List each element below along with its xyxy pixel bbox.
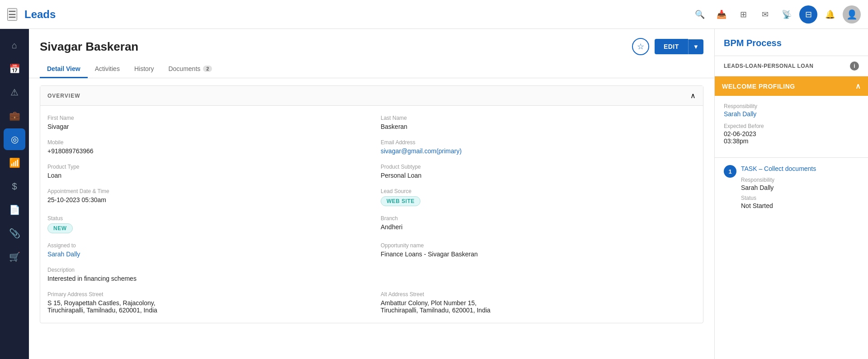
task-responsibility-label: Responsibility	[741, 177, 859, 183]
status-value: NEW	[47, 223, 363, 233]
opportunity-value: Finance Loans - Sivagar Baskeran	[381, 250, 696, 258]
expected-before-time: 03:38pm	[724, 137, 859, 145]
edit-btn-group: EDIT ▼	[655, 39, 703, 54]
product-type-label: Product Type	[47, 164, 363, 170]
edit-dropdown-button[interactable]: ▼	[688, 39, 703, 54]
last-name-value: Baskeran	[381, 123, 696, 130]
sidebar-item-briefcase[interactable]: 💼	[4, 105, 25, 127]
email-label: Email Address	[381, 139, 696, 146]
left-sidebar: ⌂ 📅 ⚠ 💼 ◎ 📶 $ 📄 📎 🛒	[0, 29, 29, 359]
page-title: Sivagar Baskeran	[40, 40, 138, 54]
sidebar-item-dollar[interactable]: $	[4, 175, 25, 197]
process-name-row: LEADS-LOAN-PERSONAL LOAN i	[715, 56, 868, 76]
lead-source-label: Lead Source	[381, 188, 696, 194]
sidebar-item-calendar[interactable]: 📅	[4, 58, 25, 80]
product-subtype-label: Product Subtype	[381, 164, 696, 170]
header-actions: ☆ EDIT ▼	[632, 38, 703, 55]
assigned-to-value[interactable]: Sarah Dally	[47, 250, 363, 258]
task-responsibility: Responsibility Sarah Dally	[741, 177, 859, 191]
task-responsibility-value: Sarah Dally	[741, 184, 859, 191]
profiling-responsibility-value[interactable]: Sarah Dally	[724, 110, 859, 118]
apps-nav-btn[interactable]: ⊟	[799, 5, 817, 24]
task-item-1: 1 TASK – Collect documents Responsibilit…	[724, 165, 859, 213]
process-name: LEADS-LOAN-PERSONAL LOAN	[724, 63, 813, 69]
task-label[interactable]: TASK – Collect documents	[741, 165, 859, 172]
tabs-bar: Detail View Activities History Documents…	[29, 55, 714, 78]
user-avatar-btn[interactable]: 👤	[843, 5, 861, 24]
field-mobile: Mobile +918089763966	[47, 139, 363, 155]
primary-address-label: Primary Address Street	[47, 291, 363, 298]
last-name-label: Last Name	[381, 115, 696, 121]
chevron-up-icon: ∧	[855, 82, 861, 90]
assigned-to-label: Assigned to	[47, 242, 363, 249]
documents-badge: 2	[203, 66, 212, 72]
mail-nav-btn[interactable]: ✉	[756, 5, 774, 24]
field-email: Email Address sivagar@gmail.com(primary)	[381, 139, 696, 155]
sidebar-item-home[interactable]: ⌂	[4, 34, 25, 56]
sidebar-item-paperclip[interactable]: 📎	[4, 222, 25, 244]
tab-documents[interactable]: Documents 2	[161, 61, 219, 78]
rss-nav-btn[interactable]: 📡	[778, 5, 796, 24]
hamburger-menu[interactable]: ☰	[7, 8, 17, 21]
content-area: Sivagar Baskeran ☆ EDIT ▼ Detail View Ac…	[29, 29, 714, 359]
sidebar-item-rss[interactable]: 📶	[4, 152, 25, 174]
profiling-responsibility-label: Responsibility	[724, 103, 859, 109]
product-type-value: Loan	[47, 172, 363, 179]
profiling-expected-before: Expected Before 02-06-2023 03:38pm	[724, 123, 859, 145]
star-icon: ☆	[637, 42, 644, 52]
field-product-type: Product Type Loan	[47, 164, 363, 179]
grid-nav-btn[interactable]: ⊞	[734, 5, 752, 24]
field-description: Description Interested in financing sche…	[47, 267, 363, 282]
sidebar-item-alerts[interactable]: ⚠	[4, 81, 25, 103]
overview-section: OVERVIEW ∧ First Name Sivagar Last Name	[40, 85, 703, 323]
right-panel: BPM Process LEADS-LOAN-PERSONAL LOAN i W…	[714, 29, 868, 359]
email-value[interactable]: sivagar@gmail.com(primary)	[381, 147, 696, 155]
top-nav: ☰ Leads 🔍 📥 ⊞ ✉ 📡 ⊟ 🔔 👤	[0, 0, 868, 29]
task-status: Status Not Started	[741, 195, 859, 209]
tab-history-label: History	[134, 65, 154, 72]
lead-source-badge: WEB SITE	[381, 196, 420, 206]
sidebar-item-target[interactable]: ◎	[4, 128, 25, 150]
description-value: Interested in financing schemes	[47, 275, 363, 282]
appointment-value: 25-10-2023 05:30am	[47, 196, 363, 203]
product-subtype-value: Personal Loan	[381, 172, 696, 179]
tab-history[interactable]: History	[127, 61, 161, 78]
tab-activities-label: Activities	[95, 65, 120, 72]
first-name-label: First Name	[47, 115, 363, 121]
task-section: 1 TASK – Collect documents Responsibilit…	[715, 158, 868, 227]
edit-button[interactable]: EDIT	[655, 39, 688, 54]
fields-grid: First Name Sivagar Last Name Baskeran Mo…	[47, 115, 696, 314]
field-product-subtype: Product Subtype Personal Loan	[381, 164, 696, 179]
field-alt-address: Alt Address Street Ambattur Colony, Plot…	[381, 291, 696, 314]
primary-address-value: S 15, Royapettah Castles, Rajacolony,Tir…	[47, 299, 363, 314]
info-icon[interactable]: i	[850, 61, 859, 71]
overview-title: OVERVIEW	[47, 93, 80, 99]
inbox-nav-btn[interactable]: 📥	[712, 5, 731, 24]
tab-activities[interactable]: Activities	[88, 61, 127, 78]
overview-header[interactable]: OVERVIEW ∧	[40, 86, 703, 106]
tab-documents-label: Documents	[168, 65, 200, 72]
chevron-down-icon: ▼	[693, 43, 699, 50]
mobile-value: +918089763966	[47, 147, 363, 155]
detail-content: OVERVIEW ∧ First Name Sivagar Last Name	[29, 78, 714, 359]
profiling-details: Responsibility Sarah Dally Expected Befo…	[715, 96, 868, 158]
tab-detail-view[interactable]: Detail View	[40, 61, 88, 78]
field-status: Status NEW	[47, 215, 363, 233]
expected-before-date: 02-06-2023	[724, 130, 859, 137]
profiling-responsibility: Responsibility Sarah Dally	[724, 103, 859, 118]
page-header: Sivagar Baskeran ☆ EDIT ▼	[29, 29, 714, 55]
favorite-button[interactable]: ☆	[632, 38, 649, 55]
welcome-profiling-label: WELCOME PROFILING	[722, 83, 795, 90]
task-content: TASK – Collect documents Responsibility …	[741, 165, 859, 213]
status-badge: NEW	[47, 223, 73, 233]
sidebar-item-document[interactable]: 📄	[4, 199, 25, 221]
field-branch: Branch Andheri	[381, 215, 696, 233]
field-last-name: Last Name Baskeran	[381, 115, 696, 130]
bell-nav-btn[interactable]: 🔔	[821, 5, 839, 24]
field-assigned-to: Assigned to Sarah Dally	[47, 242, 363, 258]
sidebar-item-cart[interactable]: 🛒	[4, 246, 25, 268]
task-status-value: Not Started	[741, 202, 859, 209]
search-nav-btn[interactable]: 🔍	[691, 5, 709, 24]
welcome-profiling-bar[interactable]: WELCOME PROFILING ∧	[715, 76, 868, 96]
appointment-label: Appointment Date & Time	[47, 188, 363, 194]
